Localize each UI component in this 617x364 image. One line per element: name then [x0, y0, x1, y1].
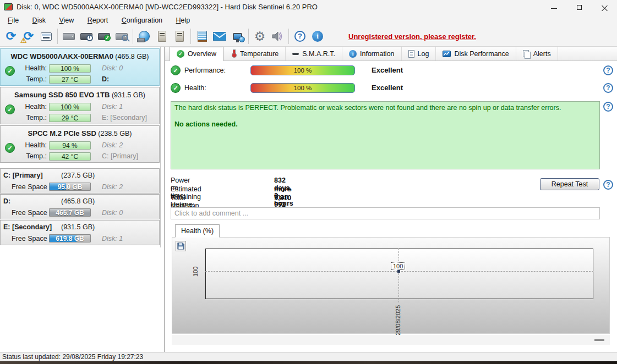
disk-clock-button[interactable] [78, 28, 95, 45]
info-icon: i [312, 31, 323, 42]
health-label: Health: [1, 103, 47, 111]
health-row: ✓ Health: 100 % Excellent ? [165, 83, 617, 94]
menu-disk[interactable]: Disk [27, 14, 51, 26]
disk-remove-button[interactable] [153, 28, 171, 45]
tab-overview[interactable]: ✓Overview [170, 47, 223, 61]
menu-view[interactable]: View [53, 14, 79, 26]
help-button[interactable]: ? [291, 28, 309, 45]
menu-help[interactable]: Help [171, 14, 196, 26]
partition-name: D: [3, 197, 10, 205]
scrollbar-thumb[interactable] [594, 339, 604, 341]
drive-tower-icon [158, 31, 166, 42]
check-icon: ✓ [104, 35, 111, 41]
partition-item-d[interactable]: D: (465.8 GB) Free Space 465.7 GB Disk: … [0, 194, 160, 219]
chart-scrollbar[interactable] [172, 335, 610, 345]
notepad-icon [198, 31, 207, 42]
speaker-icon [271, 31, 283, 42]
free-space-value: 95.0 GB [50, 183, 90, 190]
check-icon: ✓ [177, 50, 184, 58]
help-icon[interactable]: ? [603, 65, 613, 75]
save-chart-button[interactable] [176, 241, 186, 251]
information-button[interactable]: i [309, 28, 326, 45]
temp-value-bar: 27 °C [49, 75, 91, 84]
email-button[interactable] [211, 28, 228, 45]
help-icon[interactable]: ? [603, 83, 613, 93]
disk-item-spcc[interactable]: SPCC M.2 PCIe SSD (238.5 GB) ✓ Health:94… [0, 125, 160, 163]
disk-search-button[interactable] [113, 28, 130, 45]
disk-number: Disk: 1 [102, 103, 123, 111]
report-button[interactable] [37, 28, 55, 45]
close-button[interactable] [592, 0, 617, 14]
tab-label: Alerts [533, 50, 551, 58]
disk-icon: ✓ [98, 33, 110, 40]
health-meter: 100 % [250, 83, 355, 93]
notepad-report-button[interactable] [193, 28, 211, 45]
repeat-test-button[interactable]: Repeat Test [540, 178, 599, 190]
free-space-bar: 95.0 GB [49, 183, 91, 191]
network-status-button[interactable] [228, 28, 246, 45]
close-icon [602, 4, 608, 10]
partition-name: E: [Secondary] [3, 223, 52, 231]
tab-information[interactable]: iInformation [342, 47, 402, 60]
disk-icon [80, 33, 92, 40]
chart-plot-area [205, 249, 593, 299]
minimize-button[interactable] [541, 0, 566, 14]
tab-temperature[interactable]: Temperature [223, 47, 286, 60]
refresh-warning-button[interactable]: ⟳⚠ [20, 28, 37, 45]
toolbar-separator [190, 29, 191, 44]
menu-report[interactable]: Report [82, 14, 114, 26]
chart-gridline-vertical [398, 249, 399, 302]
toolbar-separator [133, 29, 133, 44]
disk-item-samsung[interactable]: Samsung SSD 850 EVO 1TB (931.5 GB) ✓ Hea… [0, 87, 160, 124]
tab-log[interactable]: Log [402, 47, 436, 60]
disk-icon [116, 33, 128, 40]
disk-name: Samsung SSD 850 EVO 1TB (931.5 GB) [1, 91, 159, 99]
free-space-bar: 619.8 GB [49, 234, 91, 242]
health-chart-tab[interactable]: Health (%) [175, 224, 220, 238]
temp-label: Temp.: [1, 152, 47, 160]
tab-alerts[interactable]: Alerts [516, 47, 558, 60]
disk-number: Disk: 2 [102, 141, 123, 149]
tab-label: Overview [188, 50, 216, 58]
health-rating: Excellent [372, 84, 403, 92]
comment-input[interactable] [171, 207, 600, 219]
temp-value-bar: 29 °C [49, 114, 91, 122]
tab-disk-performance[interactable]: Disk Performance [436, 47, 516, 60]
info-icon: i [349, 50, 357, 58]
refresh-button[interactable]: ⟳ [2, 28, 20, 45]
disk-detect-button[interactable] [60, 28, 78, 45]
network-drive-button[interactable] [135, 28, 153, 45]
disk-test-button[interactable]: ✓ [95, 28, 113, 45]
thermometer-icon [230, 49, 237, 58]
help-icon[interactable]: ? [603, 102, 613, 112]
chart-data-point [397, 270, 400, 273]
performance-label: Performance: [184, 67, 226, 74]
disk-insert-button[interactable] [171, 28, 188, 45]
settings-button[interactable]: ⚙ [251, 28, 269, 45]
sounds-button[interactable] [269, 28, 286, 45]
disk-icon [63, 33, 75, 40]
partition-item-e[interactable]: E: [Secondary] (931.5 GB) Free Space 619… [0, 220, 160, 245]
tab-smart[interactable]: S.M.A.R.T. [286, 47, 342, 60]
partition-item-c[interactable]: C: [Primary] (237.5 GB) Free Space 95.0 … [0, 168, 160, 194]
disk-item-wdc[interactable]: WDC WD5000AAKX-00ERMA0 (465.8 GB) ✓ Heal… [0, 48, 160, 86]
disk-number: Disk: 1 [102, 235, 123, 242]
register-link[interactable]: Unregistered version, please register. [348, 32, 476, 41]
partition-size: (931.5 GB) [61, 223, 95, 231]
free-space-value: 465.7 GB [50, 209, 90, 216]
menu-file[interactable]: File [2, 14, 24, 26]
status-text: The hard disk status is PERFECT. Problem… [174, 104, 596, 112]
main-area: WDC WD5000AAKX-00ERMA0 (465.8 GB) ✓ Heal… [0, 47, 617, 352]
warning-icon: ⚠ [20, 37, 27, 44]
disk-model: SPCC M.2 PCIe SSD [28, 129, 96, 137]
drive-tower-icon [176, 31, 184, 42]
disk-number: Disk: 0 [102, 64, 123, 72]
temp-label: Temp.: [1, 75, 47, 83]
menu-configuration[interactable]: Configuration [116, 14, 168, 26]
refresh-icon: ⟳ [6, 30, 16, 42]
disk-size: (238.5 GB) [98, 130, 132, 137]
maximize-button[interactable] [566, 0, 592, 14]
ok-icon: ✓ [171, 65, 181, 75]
free-space-value: 619.8 GB [50, 235, 90, 242]
help-icon[interactable]: ? [603, 180, 613, 190]
